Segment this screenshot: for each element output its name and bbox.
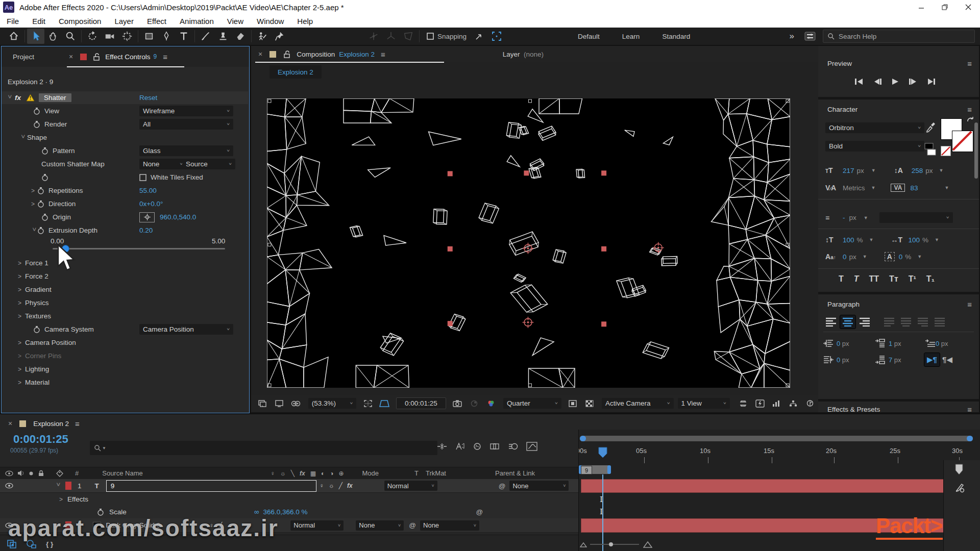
frame-blend-icon[interactable] (489, 442, 501, 451)
default-fill-stroke-icon[interactable] (924, 143, 937, 156)
twirl-closed-icon[interactable]: > (31, 201, 37, 208)
panel-scrollbar[interactable] (974, 122, 978, 179)
twirl-closed-icon[interactable]: > (31, 187, 37, 194)
hide-shy-icon[interactable] (472, 442, 482, 451)
layer-twirl-open[interactable]: > (55, 483, 62, 489)
viewer-timecode[interactable]: 0:00:01:25 (396, 397, 447, 409)
comp-mini-flowchart-icon[interactable] (436, 442, 448, 451)
workspace-learn[interactable]: Learn (611, 33, 651, 40)
anti-alias-dropdown[interactable]: ˅ (879, 212, 953, 223)
mode-column-header[interactable]: Mode (362, 469, 379, 477)
lock-icon[interactable] (283, 51, 290, 58)
layer1-mode-dropdown[interactable]: Normal˅ (384, 481, 437, 491)
align-right-button[interactable] (857, 315, 872, 329)
property-pickwhip-icon[interactable]: @ (476, 508, 483, 516)
space-after-value[interactable]: 7 (889, 356, 892, 364)
timeline-timecode[interactable]: 0:00:01:25 (13, 433, 68, 446)
workspace-default[interactable]: Default (567, 33, 611, 40)
parent-link-column-header[interactable]: Parent & Link (495, 469, 535, 477)
group-lighting-row[interactable]: >Lighting (2, 363, 248, 375)
group-gradient-row[interactable]: >Gradient (2, 283, 248, 296)
eyedropper-icon[interactable] (925, 121, 936, 133)
roto-brush-tool[interactable] (254, 29, 271, 44)
stopwatch-icon[interactable] (37, 200, 44, 208)
motion-blur-icon[interactable] (508, 442, 519, 451)
baseline-shift-value[interactable]: 0 (843, 253, 847, 261)
source-name-column-header[interactable]: Source Name (102, 469, 142, 477)
menu-view[interactable]: View (220, 14, 250, 28)
fast-previews-icon[interactable] (751, 396, 768, 411)
reset-link[interactable]: Reset (139, 94, 157, 102)
timeline-tab-close-icon[interactable]: × (8, 419, 12, 428)
menu-window[interactable]: Window (250, 14, 290, 28)
stopwatch-icon[interactable] (37, 227, 44, 234)
menu-effect[interactable]: Effect (140, 14, 173, 28)
direction-value[interactable]: 0x+0.0° (139, 200, 163, 208)
effect-name[interactable]: Shatter (39, 93, 71, 102)
text-direction-ltr-button[interactable]: ▶¶ (924, 353, 940, 366)
always-preview-icon[interactable] (254, 396, 271, 411)
no-fill-swatch[interactable] (941, 146, 951, 156)
tracking-chevron[interactable]: ▼ (944, 185, 949, 190)
indent-right-value[interactable]: 0 (837, 356, 840, 364)
custom-map-dropdown[interactable]: None˅ (139, 159, 186, 169)
text-direction-rtl-button[interactable]: ¶◀ (940, 353, 955, 366)
minimize-button[interactable] (910, 0, 933, 14)
camera-system-dropdown[interactable]: Camera Position˅ (139, 324, 233, 335)
previous-frame-button[interactable] (872, 78, 883, 86)
zoom-out-mountain-icon[interactable] (580, 541, 587, 547)
preview-panel-menu-icon[interactable]: ≡ (967, 59, 972, 68)
white-tiles-checkbox[interactable] (139, 174, 146, 181)
play-button[interactable] (891, 78, 900, 86)
indent-first-value[interactable]: 0 (936, 340, 939, 347)
space-before-value[interactable]: 1 (889, 340, 892, 347)
timeline-menu-icon[interactable]: ≡ (75, 419, 80, 428)
layer2-trkmat-dropdown[interactable]: None˅ (356, 520, 404, 531)
align-center-button[interactable] (840, 315, 855, 329)
selection-tool[interactable] (27, 29, 44, 44)
graph-editor-icon[interactable] (526, 442, 537, 451)
zoom-in-mountain-icon[interactable] (643, 541, 652, 548)
hscale-chevron[interactable]: ▼ (935, 237, 939, 242)
character-panel-menu-icon[interactable]: ≡ (967, 105, 972, 114)
group-camera-position-row[interactable]: >Camera Position (2, 336, 248, 349)
faux-bold-button[interactable]: T (839, 274, 844, 284)
tracking-value[interactable]: 83 (910, 184, 918, 192)
shape-tool[interactable] (140, 29, 158, 44)
tab-composition[interactable]: Composition (297, 51, 335, 58)
roi-icon[interactable] (359, 396, 376, 411)
vertical-scale-value[interactable]: 100 (843, 236, 854, 244)
faux-italic-button[interactable]: T (854, 274, 859, 284)
twirl-open-icon[interactable]: > (19, 135, 27, 141)
leading-value[interactable]: 258 (912, 167, 923, 174)
scrollbar-left-cap[interactable] (580, 436, 586, 441)
menu-file[interactable]: File (0, 14, 26, 28)
hand-tool[interactable] (44, 29, 62, 44)
restore-button[interactable] (933, 0, 957, 14)
layer-row-1[interactable]: > 1 T 9 ♀ ☼ ╱ fx Normal˅ @ None˅ (0, 479, 578, 493)
next-frame-button[interactable] (908, 78, 918, 86)
comp-tab-close-icon[interactable]: × (258, 50, 262, 58)
effects-group-row[interactable]: > Effects (0, 493, 578, 506)
parent-pickwhip-icon[interactable]: @ (499, 482, 506, 490)
effects-presets-panel-title[interactable]: Effects & Presets (827, 406, 880, 413)
trkmat-column-header[interactable]: TrkMat (426, 469, 446, 477)
layer1-parent-dropdown[interactable]: None˅ (509, 481, 569, 491)
tsume-value[interactable]: - (843, 214, 845, 221)
fx-toggle[interactable]: fx (347, 482, 353, 489)
panel-menu-icon[interactable]: ≡ (381, 50, 385, 59)
origin-point-button[interactable] (139, 212, 155, 222)
mask-visibility-icon[interactable] (287, 396, 304, 411)
timeline-zoom-handle[interactable] (608, 542, 614, 547)
view-dropdown[interactable]: Wireframe˅ (139, 106, 233, 116)
snap-arrow-icon[interactable] (471, 29, 488, 44)
tab-effect-controls[interactable]: Effect Controls (105, 53, 150, 61)
share-view-icon[interactable] (735, 396, 752, 411)
effects-twirl[interactable]: > (59, 496, 65, 503)
group-physics-row[interactable]: >Physics (2, 296, 248, 309)
effect-shatter-row[interactable]: > fx ! Shatter Reset (2, 91, 248, 104)
search-help-field[interactable]: Search Help (823, 30, 975, 43)
group-force1-row[interactable]: >Force 1 (2, 257, 248, 269)
eye-toggle[interactable] (5, 483, 13, 489)
pen-tool[interactable] (158, 29, 175, 44)
